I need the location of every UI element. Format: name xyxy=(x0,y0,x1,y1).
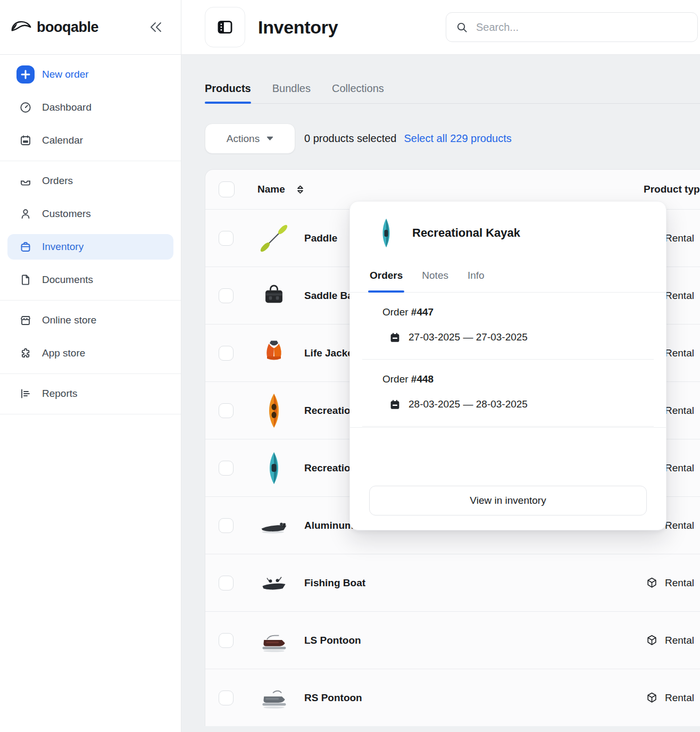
sidebar-nav: New order Dashboard Calendar xyxy=(0,55,181,414)
row-checkbox[interactable] xyxy=(219,576,234,590)
document-icon xyxy=(16,273,35,286)
kayak-thumbnail xyxy=(379,218,393,248)
product-name: Life Jacket xyxy=(304,347,356,359)
select-all-checkbox[interactable] xyxy=(219,181,235,197)
sidebar-item-label: App store xyxy=(42,347,85,359)
select-all-link[interactable]: Select all 229 products xyxy=(404,132,511,145)
product-type-cell: Rental xyxy=(646,634,694,646)
sidebar-item-inventory[interactable]: Inventory xyxy=(7,234,173,260)
popover-tab-orders[interactable]: Orders xyxy=(370,270,403,293)
sidebar-item-app-store[interactable]: App store xyxy=(7,340,173,366)
sidebar-item-documents[interactable]: Documents xyxy=(7,267,173,293)
view-in-inventory-button[interactable]: View in inventory xyxy=(369,486,647,515)
tab-products[interactable]: Products xyxy=(205,82,251,104)
product-type-cell: Rental xyxy=(646,577,694,589)
tab-collections[interactable]: Collections xyxy=(332,82,384,104)
sidebar-divider xyxy=(0,373,181,374)
package-cube-icon xyxy=(646,692,658,704)
sort-name-button[interactable] xyxy=(296,185,305,195)
page-header: Inventory xyxy=(181,0,700,55)
inventory-page-icon-button[interactable] xyxy=(205,7,245,47)
product-name: Fishing Boat xyxy=(304,577,365,589)
sidebar-item-dashboard[interactable]: Dashboard xyxy=(7,95,173,120)
archive-box-icon xyxy=(16,240,35,253)
sort-icon xyxy=(296,185,305,195)
row-checkbox[interactable] xyxy=(219,403,234,418)
sidebar-item-label: Dashboard xyxy=(42,102,91,113)
page-title: Inventory xyxy=(258,17,338,38)
sidebar-item-orders[interactable]: Orders xyxy=(7,168,173,194)
popover-product-title: Recreational Kayak xyxy=(412,226,520,240)
row-checkbox[interactable] xyxy=(219,518,234,533)
actions-label: Actions xyxy=(227,133,260,145)
boomerang-logo-icon xyxy=(11,20,32,35)
calendar-icon xyxy=(389,399,401,410)
product-image-kayak-orange xyxy=(255,390,293,431)
popover-orders-list: Order #447 27-03-2025 — 27-03-2025 Order… xyxy=(350,293,666,428)
order-date-range: 28-03-2025 — 28-03-2025 xyxy=(389,398,654,410)
order-date-range: 27-03-2025 — 27-03-2025 xyxy=(389,331,654,343)
sidebar-item-reports[interactable]: Reports xyxy=(7,381,173,406)
popover-tab-notes[interactable]: Notes xyxy=(422,270,448,293)
product-name: LS Pontoon xyxy=(304,635,361,646)
actions-dropdown-button[interactable]: Actions xyxy=(205,123,295,154)
row-checkbox[interactable] xyxy=(219,346,234,361)
booqable-logo: booqable xyxy=(11,19,98,36)
order-list-item[interactable]: Order #447 27-03-2025 — 27-03-2025 xyxy=(362,293,654,360)
bar-chart-icon xyxy=(16,387,35,400)
column-header-name: Name xyxy=(257,184,285,195)
sidebar-item-customers[interactable]: Customers xyxy=(7,201,173,227)
order-title: Order #448 xyxy=(382,373,654,385)
row-checkbox[interactable] xyxy=(219,231,234,246)
popover-tab-info[interactable]: Info xyxy=(468,270,485,293)
row-checkbox[interactable] xyxy=(219,691,234,705)
sidebar-item-calendar[interactable]: Calendar xyxy=(7,128,173,153)
product-image-rs-pontoon xyxy=(255,678,293,718)
table-row[interactable]: Fishing Boat Rental xyxy=(205,554,700,611)
calendar-icon xyxy=(389,332,401,343)
sidebar-item-new-order[interactable]: New order xyxy=(7,62,173,87)
search-input[interactable] xyxy=(476,21,688,34)
puzzle-icon xyxy=(16,347,35,360)
product-image-paddle xyxy=(255,218,293,259)
row-checkbox[interactable] xyxy=(219,633,234,648)
product-type-label: Rental xyxy=(665,290,694,302)
column-header-product-type: Product type xyxy=(644,184,700,195)
person-icon xyxy=(16,207,35,220)
caret-down-icon xyxy=(266,136,273,141)
brand-name: booqable xyxy=(37,19,98,36)
main-area: Inventory Products Bundles Collections A… xyxy=(181,0,700,732)
search-icon xyxy=(456,21,468,34)
product-type-label: Rental xyxy=(665,347,694,359)
popover-tabs: Orders Notes Info xyxy=(350,270,666,293)
calendar-icon xyxy=(16,134,35,147)
dashboard-icon xyxy=(16,101,35,114)
product-type-label: Rental xyxy=(665,577,694,589)
sidebar-item-label: Reports xyxy=(42,388,78,400)
product-type-label: Rental xyxy=(665,232,694,244)
product-image-saddle-bag xyxy=(255,276,293,316)
product-name: RS Pontoon xyxy=(304,692,362,704)
product-popover: Recreational Kayak Orders Notes Info Ord… xyxy=(349,201,666,530)
order-dates-text: 27-03-2025 — 27-03-2025 xyxy=(409,331,528,343)
collapse-sidebar-button[interactable] xyxy=(147,19,165,35)
sidebar-item-online-store[interactable]: Online store xyxy=(7,307,173,333)
global-search xyxy=(446,12,698,42)
product-type-label: Rental xyxy=(665,405,694,417)
product-image-motor-boat xyxy=(255,505,293,546)
order-list-item[interactable]: Order #448 28-03-2025 — 28-03-2025 xyxy=(362,360,654,427)
row-checkbox[interactable] xyxy=(219,288,234,303)
sidebar-item-label: Online store xyxy=(42,314,96,326)
sidebar-item-label: Documents xyxy=(42,274,93,286)
package-cube-icon xyxy=(646,634,658,646)
table-row[interactable]: LS Pontoon Rental xyxy=(205,611,700,669)
row-checkbox[interactable] xyxy=(219,461,234,476)
sidebar-item-label: Customers xyxy=(42,208,91,220)
product-type-label: Rental xyxy=(665,635,694,646)
sidebar-item-label: Calendar xyxy=(42,135,83,146)
product-image-ls-pontoon xyxy=(255,620,293,661)
tab-bundles[interactable]: Bundles xyxy=(272,82,311,104)
table-row[interactable]: RS Pontoon Rental xyxy=(205,669,700,726)
product-type-label: Rental xyxy=(665,692,694,704)
popover-footer: View in inventory xyxy=(350,471,666,530)
